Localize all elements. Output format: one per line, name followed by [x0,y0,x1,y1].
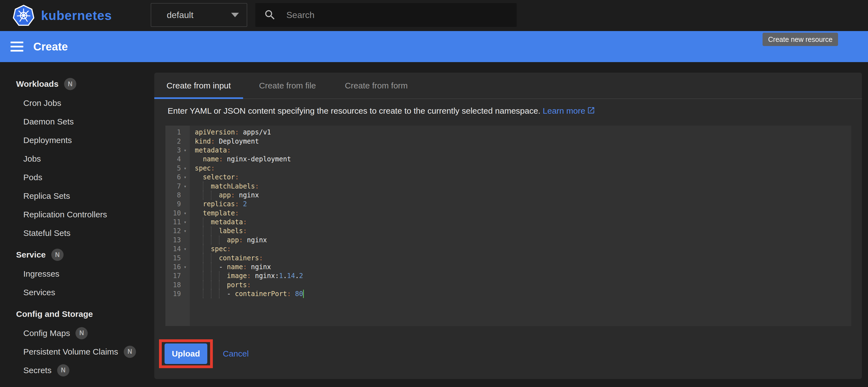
namespace-selected-value: default [167,10,231,20]
editor-gutter: 123▾45▾6▾7▾8910▾11▾12▾1314▾1516▾171819 [165,126,190,326]
external-link-icon [587,106,595,114]
code-line-5[interactable]: spec: [195,164,851,173]
sidebar-item-replica-sets[interactable]: Replica Sets [0,186,154,205]
card-actions: Upload Cancel [159,339,862,368]
search-input[interactable] [286,10,480,20]
line-number: 17 [165,272,181,280]
line-number: 1 [165,128,181,136]
code-line-16[interactable]: - name: nginx [195,262,851,271]
fold-arrow-icon[interactable]: ▾ [181,228,189,234]
code-line-14[interactable]: spec: [195,245,851,253]
sidebar-item-label: Pods [23,173,42,182]
code-line-19[interactable]: - containerPort: 80 [195,289,851,298]
line-number: 6 [165,173,181,181]
learn-more-link[interactable]: Learn more [543,106,585,115]
line-number: 8 [165,191,181,199]
sidebar-item-label: Ingresses [23,269,59,279]
fold-arrow-icon[interactable]: ▾ [181,219,189,225]
line-number: 3 [165,146,181,154]
search-box[interactable] [255,3,517,27]
line-number: 7 [165,182,181,190]
sidebar-item-services[interactable]: Services [0,283,154,302]
fold-arrow-icon[interactable]: ▾ [181,174,189,180]
line-number: 5 [165,165,181,172]
sidebar-item-persistent-volume-claims[interactable]: Persistent Volume ClaimsN [0,342,154,361]
namespaced-badge: N [124,346,136,358]
sidebar-item-cron-jobs[interactable]: Cron Jobs [0,94,154,112]
brand-wordmark: kubernetes [41,8,112,23]
line-number: 12 [165,227,181,235]
sidebar-item-label: Secrets [23,366,52,375]
code-line-6[interactable]: selector: [195,173,851,182]
code-line-13[interactable]: app: nginx [195,236,851,245]
code-line-4[interactable]: name: nginx-deployment [195,155,851,164]
menu-hamburger-icon[interactable] [10,42,23,51]
text-cursor [303,290,304,298]
namespace-select[interactable]: default [151,3,247,27]
tab-create-from-form[interactable]: Create from form [332,73,421,98]
app-bar: Create [0,31,868,62]
fold-arrow-icon[interactable]: ▾ [181,210,189,216]
page-title: Create [33,40,68,53]
namespaced-badge: N [57,364,69,377]
sidebar-item-label: Cron Jobs [23,98,61,108]
sidebar-item-label: Daemon Sets [23,117,74,127]
sidebar-section-service[interactable]: ServiceN [0,245,154,265]
create-card: Create from inputCreate from fileCreate … [154,73,862,379]
sidebar-section-workloads[interactable]: WorkloadsN [0,74,154,94]
description-body: Enter YAML or JSON content specifying th… [167,106,540,115]
sidebar-item-config-maps[interactable]: Config MapsN [0,324,154,342]
sidebar-section-label: Workloads [16,79,59,89]
search-icon [264,9,276,21]
code-line-15[interactable]: containers: [195,253,851,262]
brand[interactable]: kubernetes [0,5,112,26]
sidebar-item-label: Persistent Volume Claims [23,347,118,356]
fold-arrow-icon[interactable]: ▾ [181,147,189,153]
yaml-code-editor[interactable]: 123▾45▾6▾7▾8910▾11▾12▾1314▾1516▾171819 a… [165,126,851,326]
fold-arrow-icon[interactable]: ▾ [181,183,189,189]
cancel-button[interactable]: Cancel [223,349,249,358]
kubernetes-dashboard-create-page: kubernetes default [0,0,868,387]
namespaced-badge: N [51,249,64,261]
line-number: 16 [165,263,181,271]
sidebar-item-secrets[interactable]: SecretsN [0,361,154,380]
sidebar-item-jobs[interactable]: Jobs [0,149,154,168]
code-line-7[interactable]: matchLabels: [195,182,851,190]
line-number: 15 [165,254,181,262]
code-line-18[interactable]: ports: [195,281,851,289]
code-line-8[interactable]: app: nginx [195,191,851,200]
tab-create-from-file[interactable]: Create from file [243,73,332,98]
sidebar-section-label: Config and Storage [16,309,93,319]
fold-arrow-icon[interactable]: ▾ [181,246,189,252]
code-line-17[interactable]: image: nginx:1.14.2 [195,271,851,280]
editor-code-area[interactable]: apiVersion: apps/v1kind: Deploymentmetad… [190,126,851,326]
sidebar-item-pods[interactable]: Pods [0,168,154,186]
sidebar-item-label: Deployments [23,136,72,145]
line-number: 11 [165,218,181,226]
code-line-11[interactable]: metadata: [195,218,851,226]
tab-create-from-input[interactable]: Create from input [154,73,243,98]
upload-button[interactable]: Upload [164,344,207,364]
sidebar-nav: WorkloadsNCron JobsDaemon SetsDeployment… [0,62,154,387]
sidebar-item-label: Jobs [23,154,41,164]
sidebar-item-label: Replication Controllers [23,210,107,219]
namespaced-badge: N [64,78,76,90]
sidebar-item-replication-controllers[interactable]: Replication Controllers [0,205,154,224]
fold-arrow-icon[interactable]: ▾ [181,264,189,270]
code-line-3[interactable]: metadata: [195,146,851,155]
sidebar-item-ingresses[interactable]: Ingresses [0,265,154,283]
line-number: 2 [165,138,181,145]
code-line-1[interactable]: apiVersion: apps/v1 [195,128,851,137]
line-number: 13 [165,236,181,244]
code-line-2[interactable]: kind: Deployment [195,137,851,145]
sidebar-item-deployments[interactable]: Deployments [0,131,154,149]
sidebar-item-daemon-sets[interactable]: Daemon Sets [0,112,154,131]
tab-bar: Create from inputCreate from fileCreate … [154,73,862,99]
code-line-12[interactable]: labels: [195,226,851,235]
fold-arrow-icon[interactable]: ▾ [181,166,189,171]
sidebar-section-config-and-storage[interactable]: Config and Storage [0,305,154,324]
line-number: 19 [165,290,181,298]
code-line-10[interactable]: template: [195,209,851,218]
code-line-9[interactable]: replicas: 2 [195,200,851,208]
sidebar-item-stateful-sets[interactable]: Stateful Sets [0,224,154,242]
